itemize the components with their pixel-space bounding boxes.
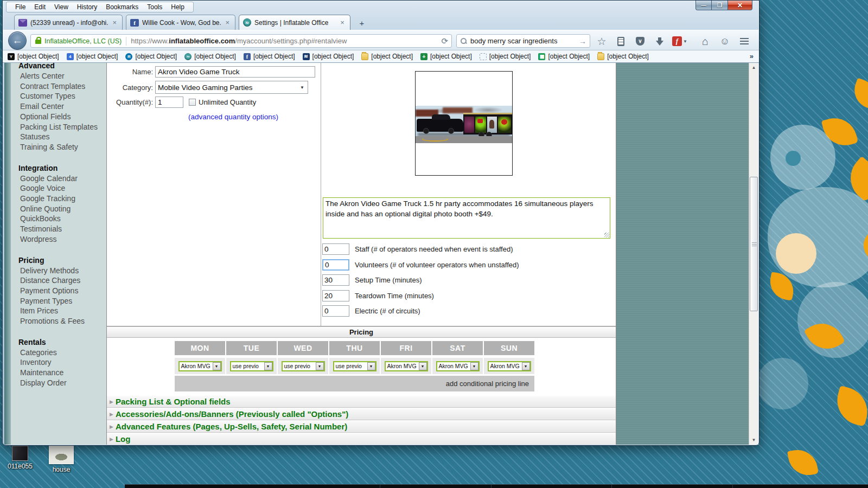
sidebar-item[interactable]: Distance Charges bbox=[18, 275, 106, 286]
bookmark-item[interactable]: [object Object] bbox=[597, 53, 649, 60]
sidebar-item[interactable]: Inventory bbox=[18, 357, 106, 368]
bookmark-item[interactable]: [object Object] bbox=[420, 53, 472, 60]
bookmark-item[interactable]: [object Object] bbox=[184, 53, 236, 60]
sidebar-item[interactable]: Google Calendar bbox=[18, 174, 106, 184]
flash-plugin-icon[interactable] bbox=[671, 35, 688, 47]
maximize-button[interactable] bbox=[712, 1, 727, 10]
price-select[interactable]: Akron MVG bbox=[385, 361, 428, 371]
chevron-down-icon[interactable] bbox=[470, 362, 478, 370]
sidebar-item[interactable]: Google Voice bbox=[18, 183, 106, 194]
price-select[interactable]: use previo bbox=[230, 361, 273, 371]
menu-bookmarks[interactable]: Bookmarks bbox=[101, 2, 143, 12]
sidebar-item[interactable]: Display Order bbox=[18, 378, 106, 388]
sidebar-item[interactable]: Customer Types bbox=[18, 91, 106, 101]
minimize-button[interactable] bbox=[695, 1, 712, 10]
resize-grip-icon[interactable] bbox=[604, 233, 609, 237]
category-select[interactable]: Mobile Video Gaming Parties bbox=[155, 81, 308, 94]
menu-file[interactable]: File bbox=[11, 2, 30, 12]
sidebar-item[interactable]: Maintenance bbox=[18, 368, 106, 378]
price-select[interactable]: Akron MVG bbox=[178, 361, 222, 371]
home-button[interactable] bbox=[699, 35, 711, 47]
collapsible-section-bar[interactable]: Advanced Features (Pages, Up-Sells, Safe… bbox=[107, 420, 616, 433]
scroll-down-arrow[interactable] bbox=[749, 435, 758, 445]
description-textarea[interactable]: The Akron Video Game Truck 1.5 hr party … bbox=[323, 197, 610, 239]
bookmark-item[interactable]: [object Object] bbox=[538, 53, 590, 60]
reload-icon[interactable] bbox=[441, 36, 448, 46]
sidebar-item[interactable]: Item Prices bbox=[18, 306, 106, 316]
chevron-down-icon[interactable] bbox=[367, 362, 375, 370]
reading-list-icon[interactable] bbox=[615, 35, 627, 47]
url-bar[interactable]: InflatableOffice, LLC (US) https://www.i… bbox=[30, 34, 452, 48]
sidebar-item[interactable]: Delivery Methods bbox=[18, 266, 106, 276]
taskbar[interactable] bbox=[125, 484, 868, 488]
tab-settings-active[interactable]: Settings | Inflatable Office bbox=[239, 15, 350, 30]
price-select[interactable]: Akron MVG bbox=[488, 361, 531, 371]
numeric-input[interactable] bbox=[322, 259, 349, 271]
numeric-input[interactable] bbox=[322, 274, 349, 286]
bookmarks-overflow-chevron[interactable] bbox=[750, 52, 754, 60]
tab-close-icon[interactable] bbox=[224, 18, 231, 27]
sidebar-item[interactable]: Payment Options bbox=[18, 286, 106, 296]
sidebar-item[interactable]: Categories bbox=[18, 348, 106, 358]
downloads-icon[interactable] bbox=[654, 35, 666, 47]
bookmark-item[interactable]: [object Object] bbox=[303, 53, 354, 60]
numeric-input[interactable] bbox=[322, 290, 349, 301]
sidebar-item[interactable]: Packing List Templates bbox=[18, 122, 106, 132]
price-select[interactable]: use previo bbox=[333, 361, 376, 371]
sidebar-item[interactable]: Optional Fields bbox=[18, 112, 106, 122]
chevron-down-icon[interactable] bbox=[316, 362, 324, 370]
sidebar-item[interactable]: Wordpress bbox=[18, 234, 106, 245]
sidebar-item[interactable]: Email Center bbox=[18, 101, 106, 112]
collapsible-section-bar[interactable]: Packing List & Optional fields bbox=[107, 395, 616, 408]
price-select[interactable]: Akron MVG bbox=[436, 361, 480, 371]
desktop-icon[interactable]: house bbox=[42, 446, 80, 473]
sidebar-item[interactable]: QuickBooks bbox=[18, 214, 106, 224]
price-select[interactable]: use previo bbox=[282, 361, 325, 371]
numeric-input[interactable] bbox=[322, 243, 349, 255]
name-input[interactable] bbox=[155, 66, 315, 78]
pocket-icon[interactable] bbox=[634, 35, 646, 47]
sidebar-item[interactable]: Google Tracking bbox=[18, 194, 106, 204]
sidebar-item[interactable]: Online Quoting bbox=[18, 204, 106, 214]
site-identity[interactable]: InflatableOffice, LLC (US) bbox=[44, 37, 122, 45]
sidebar-item[interactable]: Alerts Center bbox=[18, 71, 106, 81]
menu-history[interactable]: History bbox=[73, 2, 101, 12]
sidebar-item[interactable]: Contract Templates bbox=[18, 81, 106, 92]
numeric-input[interactable] bbox=[322, 305, 349, 317]
advanced-quantity-options-link[interactable]: (advanced quantity options) bbox=[155, 113, 312, 121]
collapsible-section-bar[interactable]: Log bbox=[107, 433, 616, 445]
bookmark-star-icon[interactable] bbox=[596, 35, 608, 47]
menu-button[interactable] bbox=[738, 35, 750, 47]
menu-help[interactable]: Help bbox=[167, 2, 189, 12]
add-conditional-pricing-link[interactable]: add conditional pricing line bbox=[446, 380, 529, 388]
chevron-down-icon[interactable] bbox=[522, 362, 530, 370]
tab-close-icon[interactable] bbox=[339, 18, 346, 27]
unlimited-quantity-checkbox[interactable] bbox=[189, 99, 196, 106]
search-input[interactable]: body merry scar ingredients bbox=[470, 37, 579, 45]
bookmark-item[interactable]: [object Object] bbox=[67, 53, 118, 60]
menu-tools[interactable]: Tools bbox=[143, 2, 167, 12]
collapsible-section-bar[interactable]: Accessories/Add-ons/Banners (Previously … bbox=[107, 408, 616, 420]
back-button[interactable] bbox=[8, 31, 27, 50]
sidebar-item[interactable]: Promotions & Fees bbox=[18, 316, 106, 326]
quantity-input[interactable] bbox=[155, 97, 183, 108]
search-go-icon[interactable] bbox=[579, 37, 586, 46]
scrollbar-thumb[interactable] bbox=[750, 177, 758, 311]
search-icon[interactable] bbox=[460, 37, 467, 44]
menu-view[interactable]: View bbox=[50, 2, 73, 12]
desktop-icon[interactable]: 011e055 bbox=[1, 446, 39, 470]
sidebar-item[interactable]: Training & Safety bbox=[18, 142, 106, 152]
tab-close-icon[interactable] bbox=[111, 18, 118, 27]
rental-item-image[interactable] bbox=[415, 71, 513, 176]
scroll-up-arrow[interactable] bbox=[749, 63, 758, 72]
sidebar-item[interactable]: Testimonials bbox=[18, 224, 106, 234]
menu-edit[interactable]: Edit bbox=[30, 2, 50, 12]
new-tab-button[interactable] bbox=[355, 18, 368, 28]
chevron-down-icon[interactable] bbox=[264, 362, 272, 370]
chevron-down-icon[interactable] bbox=[213, 362, 221, 370]
close-button[interactable] bbox=[727, 1, 752, 10]
sidebar-item[interactable]: Statuses bbox=[18, 132, 106, 142]
bookmark-item[interactable]: [object Object] bbox=[125, 53, 177, 60]
sidebar-item[interactable]: Payment Types bbox=[18, 296, 106, 306]
bookmark-item[interactable]: [object Object] bbox=[8, 53, 59, 60]
